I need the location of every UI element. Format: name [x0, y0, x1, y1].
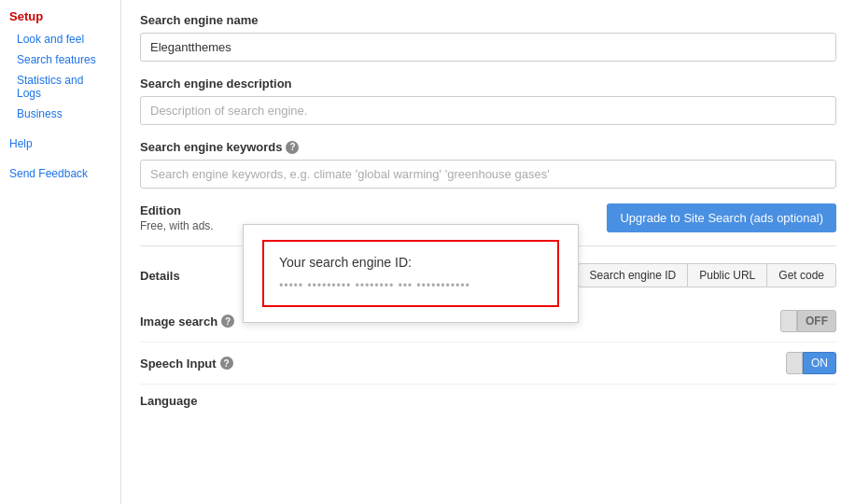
details-buttons: Search engine ID Public URL Get code [578, 263, 836, 287]
engine-name-group: Search engine name [140, 13, 836, 62]
sidebar-item-statistics[interactable]: Statistics and Logs [9, 72, 111, 102]
upgrade-button[interactable]: Upgrade to Site Search (ads optional) [607, 203, 836, 232]
sidebar-item-business[interactable]: Business [9, 105, 111, 122]
search-engine-id-button[interactable]: Search engine ID [578, 263, 688, 287]
public-url-button[interactable]: Public URL [687, 263, 766, 287]
sidebar-item-help[interactable]: Help [9, 135, 111, 152]
sidebar: Setup Look and feel Search features Stat… [0, 0, 121, 504]
speech-input-row: Speech Input ? ON [140, 343, 836, 385]
popup-id-value: ••••• ••••••••• •••••••• ••• ••••••••••• [279, 279, 542, 292]
edition-info: Edition Free, with ads. [140, 203, 214, 232]
engine-name-label: Search engine name [140, 13, 836, 27]
edition-subtitle: Free, with ads. [140, 219, 214, 232]
engine-name-input[interactable] [140, 33, 836, 62]
engine-keywords-group: Search engine keywords ? [140, 140, 836, 189]
get-code-button[interactable]: Get code [766, 263, 836, 287]
image-search-help-icon[interactable]: ? [221, 315, 234, 328]
engine-desc-group: Search engine description [140, 77, 836, 125]
sidebar-item-send-feedback[interactable]: Send Feedback [9, 165, 111, 182]
speech-input-off-button[interactable] [786, 352, 803, 374]
popup-content-box: Your search engine ID: ••••• ••••••••• •… [262, 240, 559, 307]
search-engine-id-popup: Your search engine ID: ••••• ••••••••• •… [243, 224, 579, 323]
language-row: Language [140, 385, 836, 417]
engine-desc-input[interactable] [140, 96, 836, 125]
image-search-label: Image search ? [140, 315, 234, 329]
language-label: Language [140, 394, 836, 408]
sidebar-setup-title[interactable]: Setup [9, 9, 111, 23]
engine-keywords-label: Search engine keywords ? [140, 140, 836, 154]
popup-title: Your search engine ID: [279, 255, 542, 270]
sidebar-item-look-and-feel[interactable]: Look and feel [9, 31, 111, 48]
speech-input-toggle: ON [786, 352, 836, 374]
sidebar-item-search-features[interactable]: Search features [9, 51, 111, 68]
image-search-off-button[interactable] [780, 310, 797, 332]
details-title: Details [140, 269, 180, 283]
engine-keywords-input[interactable] [140, 160, 836, 189]
image-search-state-button[interactable]: OFF [797, 310, 836, 332]
edition-title: Edition [140, 203, 214, 217]
speech-input-label: Speech Input ? [140, 357, 233, 371]
image-search-toggle: OFF [780, 310, 836, 332]
speech-input-on-button[interactable]: ON [803, 352, 836, 374]
keywords-help-icon[interactable]: ? [286, 141, 299, 154]
engine-desc-label: Search engine description [140, 77, 836, 91]
main-content: Search engine name Search engine descrip… [121, 0, 855, 504]
speech-input-help-icon[interactable]: ? [220, 357, 233, 370]
